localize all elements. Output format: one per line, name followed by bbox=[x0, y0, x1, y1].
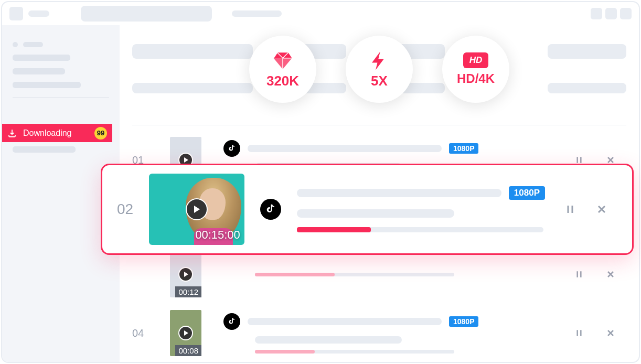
close-button[interactable] bbox=[620, 8, 632, 19]
sidebar-downloading[interactable]: Downloading 99 bbox=[2, 124, 112, 142]
remove-button[interactable] bbox=[601, 265, 620, 284]
min-button[interactable] bbox=[591, 8, 602, 19]
app-icon bbox=[9, 7, 23, 20]
downloading-count-badge: 99 bbox=[94, 127, 107, 140]
play-icon bbox=[178, 267, 193, 282]
download-item: 04 00:08 1080P bbox=[132, 304, 626, 362]
hd-icon: HD bbox=[463, 52, 488, 68]
window-controls bbox=[591, 8, 632, 19]
tiktok-icon bbox=[223, 140, 240, 157]
pause-button[interactable] bbox=[561, 200, 580, 219]
duration: 00:15:00 bbox=[195, 228, 240, 242]
resolution-badge: 1080P bbox=[509, 186, 545, 200]
resolution-badge: 1080P bbox=[449, 143, 478, 154]
remove-button[interactable] bbox=[592, 200, 611, 219]
item-index: 04 bbox=[132, 327, 148, 339]
feature-speed-text: 5X bbox=[371, 73, 388, 89]
feature-resolution: HD HD/4K bbox=[442, 36, 509, 103]
download-icon bbox=[7, 129, 17, 138]
progress-bar bbox=[255, 350, 454, 354]
feature-badges: 320K 5X HD HD/4K bbox=[132, 36, 626, 103]
tab-placeholder[interactable] bbox=[232, 10, 282, 17]
titlebar bbox=[2, 2, 639, 25]
progress-bar bbox=[255, 273, 454, 276]
sidebar-item[interactable] bbox=[13, 55, 109, 61]
item-index: 02 bbox=[117, 201, 133, 218]
feature-quality: 320K bbox=[249, 36, 316, 103]
play-icon bbox=[186, 198, 208, 220]
thumbnail[interactable]: 00:08 bbox=[170, 310, 201, 356]
feature-speed: 5X bbox=[346, 36, 413, 103]
address-bar-placeholder[interactable] bbox=[81, 6, 212, 22]
download-item-active: 02 00:15:00 1080P bbox=[101, 164, 634, 255]
feature-resolution-text: HD/4K bbox=[457, 71, 495, 86]
tiktok-icon bbox=[223, 313, 240, 330]
thumbnail[interactable]: 00:15:00 bbox=[149, 174, 244, 245]
pause-button[interactable] bbox=[570, 324, 589, 342]
sidebar-item[interactable] bbox=[13, 68, 109, 74]
remove-button[interactable] bbox=[601, 324, 620, 342]
sidebar-item[interactable] bbox=[13, 42, 109, 47]
diamond-icon bbox=[272, 50, 294, 72]
thumbnail[interactable]: 00:12 bbox=[170, 251, 201, 297]
divider bbox=[132, 125, 626, 125]
pause-button[interactable] bbox=[570, 265, 589, 284]
tiktok-icon bbox=[260, 199, 281, 220]
downloading-label: Downloading bbox=[23, 129, 72, 138]
sidebar-item[interactable] bbox=[13, 82, 109, 88]
progress-bar bbox=[297, 227, 543, 232]
title-placeholder bbox=[28, 10, 49, 17]
duration: 00:08 bbox=[175, 345, 201, 356]
resolution-badge: 1080P bbox=[449, 316, 478, 327]
max-button[interactable] bbox=[605, 8, 617, 19]
play-icon bbox=[178, 326, 193, 340]
bolt-icon bbox=[368, 50, 390, 72]
duration: 00:12 bbox=[175, 286, 201, 297]
sidebar-item[interactable] bbox=[13, 146, 109, 153]
feature-quality-text: 320K bbox=[266, 73, 299, 89]
